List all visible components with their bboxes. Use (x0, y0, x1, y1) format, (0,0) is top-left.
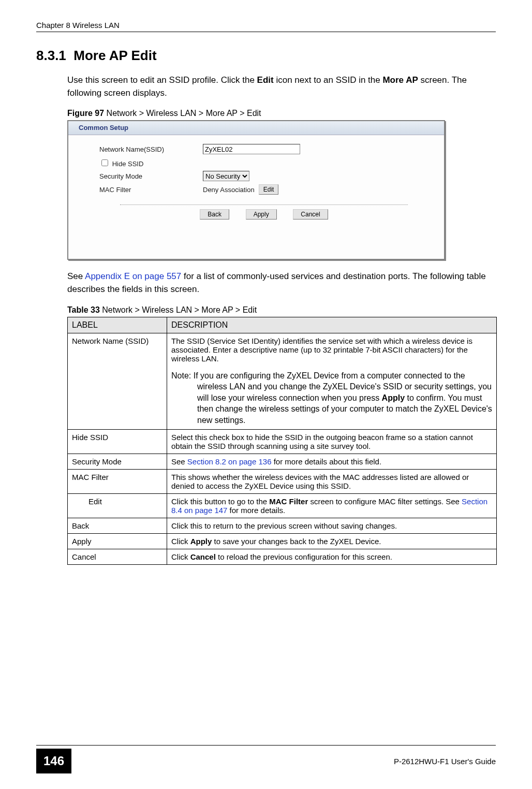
intro-paragraph: Use this screen to edit an SSID profile.… (67, 74, 496, 99)
row-label: Cancel (68, 549, 167, 564)
section-heading: 8.3.1 More AP Edit (36, 48, 496, 64)
ssid-label: Network Name(SSID) (99, 145, 203, 153)
ssid-note: Note: If you are configuring the ZyXEL D… (171, 370, 492, 426)
edit-word: Edit (257, 75, 274, 85)
apply-button[interactable]: Apply (246, 209, 277, 220)
hide-ssid-label: Hide SSID (112, 160, 144, 168)
page-header: Chapter 8 Wireless LAN (36, 21, 496, 32)
table-row: MAC Filter This shows whether the wirele… (68, 469, 497, 493)
row-desc: Click Cancel to reload the previous conf… (167, 549, 497, 564)
table-row: Hide SSID Select this check box to hide … (68, 429, 497, 454)
table-row: Apply Click Apply to save your changes b… (68, 533, 497, 549)
table-row: Back Click this to return to the previou… (68, 518, 497, 533)
col-label: LABEL (68, 317, 167, 333)
page-footer: 146 P-2612HWU-F1 User's Guide (36, 745, 496, 773)
table-row: Edit Click this button to go to the MAC … (68, 493, 497, 518)
section-8-2-link[interactable]: Section 8.2 on page 136 (187, 457, 272, 466)
table-row: Security Mode See Section 8.2 on page 13… (68, 454, 497, 469)
row-label: Edit (68, 493, 167, 518)
row-desc: Click this button to go to the MAC Filte… (167, 493, 497, 518)
section-title: More AP Edit (73, 48, 156, 63)
row-label: Network Name (SSID) (68, 333, 167, 429)
row-label: Security Mode (68, 454, 167, 469)
table-header-row: LABEL DESCRIPTION (68, 317, 497, 333)
screenshot-common-setup: Common Setup Network Name(SSID) Hide SSI… (67, 120, 445, 260)
guide-name: P-2612HWU-F1 User's Guide (394, 757, 496, 766)
row-desc: The SSID (Service Set IDentity) identifi… (167, 333, 497, 429)
appendix-link[interactable]: Appendix E on page 557 (85, 271, 181, 281)
figure-caption: Figure 97 Network > Wireless LAN > More … (67, 109, 496, 118)
section-number: 8.3.1 (36, 48, 66, 63)
row-desc: This shows whether the wireless devices … (167, 469, 497, 493)
row-label: MAC Filter (68, 469, 167, 493)
security-mode-select[interactable]: No Security (203, 171, 249, 181)
row-desc: Select this check box to hide the SSID i… (167, 429, 497, 454)
mac-filter-label: MAC Filter (99, 186, 203, 194)
row-desc: Click Apply to save your changes back to… (167, 533, 497, 549)
hide-ssid-checkbox[interactable] (101, 159, 108, 166)
security-mode-label: Security Mode (99, 172, 203, 180)
col-description: DESCRIPTION (167, 317, 497, 333)
common-setup-bar: Common Setup (68, 121, 444, 135)
back-button[interactable]: Back (200, 209, 229, 220)
row-label: Hide SSID (68, 429, 167, 454)
row-desc: Click this to return to the previous scr… (167, 518, 497, 533)
table-row: Cancel Click Cancel to reload the previo… (68, 549, 497, 564)
description-table: LABEL DESCRIPTION Network Name (SSID) Th… (67, 317, 497, 565)
page-number: 146 (36, 749, 71, 773)
appendix-paragraph: See Appendix E on page 557 for a list of… (67, 270, 496, 296)
moreap-word: More AP (382, 75, 418, 85)
mac-filter-edit-button[interactable]: Edit (259, 184, 279, 195)
cancel-button[interactable]: Cancel (293, 209, 328, 220)
ssid-input[interactable] (203, 144, 300, 154)
deny-association-text: Deny Association (203, 186, 255, 194)
separator (120, 204, 408, 205)
row-desc: See Section 8.2 on page 136 for more det… (167, 454, 497, 469)
row-label: Back (68, 518, 167, 533)
table-row: Network Name (SSID) The SSID (Service Se… (68, 333, 497, 429)
header-chapter: Chapter 8 Wireless LAN (36, 21, 120, 30)
table-caption: Table 33 Network > Wireless LAN > More A… (67, 305, 496, 315)
row-label: Apply (68, 533, 167, 549)
